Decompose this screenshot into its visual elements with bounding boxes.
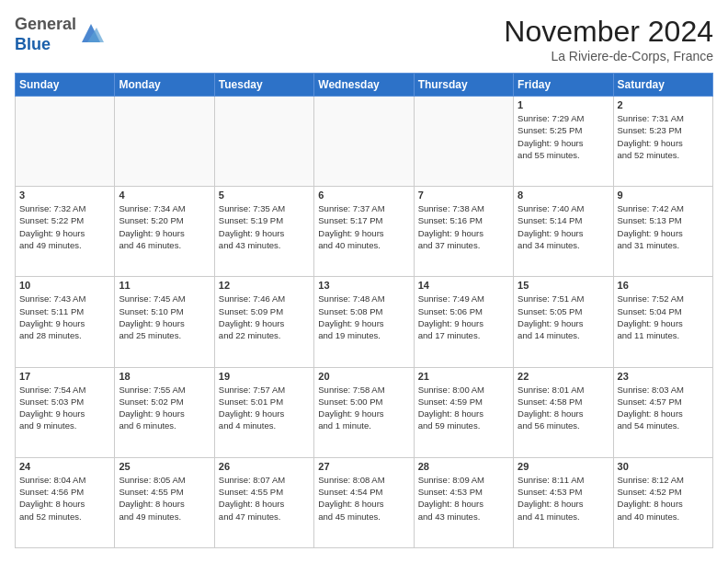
calendar-cell: 29Sunrise: 8:11 AM Sunset: 4:53 PM Dayli…	[514, 457, 613, 547]
day-info: Sunrise: 7:35 AM Sunset: 5:19 PM Dayligh…	[219, 202, 310, 251]
calendar-cell: 14Sunrise: 7:49 AM Sunset: 5:06 PM Dayli…	[414, 277, 513, 367]
day-number: 10	[19, 280, 110, 291]
day-number: 14	[418, 280, 509, 291]
day-info: Sunrise: 7:29 AM Sunset: 5:25 PM Dayligh…	[518, 112, 609, 161]
day-number: 30	[618, 461, 709, 472]
day-info: Sunrise: 7:37 AM Sunset: 5:17 PM Dayligh…	[318, 202, 409, 251]
day-number: 18	[119, 371, 210, 382]
week-row-3: 17Sunrise: 7:54 AM Sunset: 5:03 PM Dayli…	[16, 367, 713, 457]
day-number: 16	[618, 280, 709, 291]
day-info: Sunrise: 8:03 AM Sunset: 4:57 PM Dayligh…	[618, 384, 709, 432]
day-info: Sunrise: 8:12 AM Sunset: 4:52 PM Dayligh…	[618, 474, 709, 523]
calendar-cell: 5Sunrise: 7:35 AM Sunset: 5:19 PM Daylig…	[214, 187, 313, 277]
calendar-cell: 28Sunrise: 8:09 AM Sunset: 4:53 PM Dayli…	[414, 457, 513, 547]
calendar-cell	[16, 97, 115, 187]
calendar-cell: 18Sunrise: 7:55 AM Sunset: 5:02 PM Dayli…	[115, 367, 214, 457]
day-number: 3	[19, 190, 110, 201]
calendar-cell: 17Sunrise: 7:54 AM Sunset: 5:03 PM Dayli…	[16, 367, 115, 457]
week-row-2: 10Sunrise: 7:43 AM Sunset: 5:11 PM Dayli…	[16, 277, 713, 367]
day-info: Sunrise: 7:58 AM Sunset: 5:00 PM Dayligh…	[318, 384, 409, 432]
day-number: 24	[19, 461, 110, 472]
day-info: Sunrise: 8:11 AM Sunset: 4:53 PM Dayligh…	[518, 474, 609, 523]
day-number: 4	[119, 190, 210, 201]
day-number: 29	[518, 461, 609, 472]
day-info: Sunrise: 8:08 AM Sunset: 4:54 PM Dayligh…	[318, 474, 409, 523]
header: General Blue November 2024 La Riviere-de…	[15, 15, 713, 63]
calendar-cell: 20Sunrise: 7:58 AM Sunset: 5:00 PM Dayli…	[314, 367, 414, 457]
day-info: Sunrise: 8:05 AM Sunset: 4:55 PM Dayligh…	[119, 474, 210, 523]
day-info: Sunrise: 7:40 AM Sunset: 5:14 PM Dayligh…	[518, 202, 609, 251]
weekday-header-wednesday: Wednesday	[314, 74, 414, 97]
day-info: Sunrise: 7:46 AM Sunset: 5:09 PM Dayligh…	[219, 293, 310, 341]
day-number: 9	[618, 190, 709, 201]
calendar-cell: 13Sunrise: 7:48 AM Sunset: 5:08 PM Dayli…	[314, 277, 414, 367]
day-info: Sunrise: 7:49 AM Sunset: 5:06 PM Dayligh…	[418, 293, 509, 341]
day-info: Sunrise: 7:52 AM Sunset: 5:04 PM Dayligh…	[618, 293, 709, 341]
logo-blue: Blue	[15, 35, 51, 53]
calendar-cell	[314, 97, 414, 187]
day-number: 1	[518, 99, 609, 110]
title-block: November 2024 La Riviere-de-Corps, Franc…	[504, 15, 713, 63]
day-number: 27	[318, 461, 409, 472]
day-number: 8	[518, 190, 609, 201]
logo: General Blue	[15, 15, 104, 54]
day-info: Sunrise: 7:54 AM Sunset: 5:03 PM Dayligh…	[19, 384, 110, 432]
day-info: Sunrise: 7:55 AM Sunset: 5:02 PM Dayligh…	[119, 384, 210, 432]
calendar-cell: 2Sunrise: 7:31 AM Sunset: 5:23 PM Daylig…	[613, 97, 712, 187]
location: La Riviere-de-Corps, France	[504, 49, 713, 63]
calendar-cell: 10Sunrise: 7:43 AM Sunset: 5:11 PM Dayli…	[16, 277, 115, 367]
day-info: Sunrise: 7:34 AM Sunset: 5:20 PM Dayligh…	[119, 202, 210, 251]
calendar-cell	[214, 97, 313, 187]
month-title: November 2024	[504, 15, 713, 49]
calendar-cell: 15Sunrise: 7:51 AM Sunset: 5:05 PM Dayli…	[514, 277, 613, 367]
calendar-cell: 9Sunrise: 7:42 AM Sunset: 5:13 PM Daylig…	[613, 187, 712, 277]
logo-icon	[78, 20, 104, 46]
day-number: 15	[518, 280, 609, 291]
week-row-4: 24Sunrise: 8:04 AM Sunset: 4:56 PM Dayli…	[16, 457, 713, 547]
calendar-cell: 30Sunrise: 8:12 AM Sunset: 4:52 PM Dayli…	[613, 457, 712, 547]
day-number: 28	[418, 461, 509, 472]
weekday-header-monday: Monday	[115, 74, 214, 97]
weekday-header-row: SundayMondayTuesdayWednesdayThursdayFrid…	[16, 74, 713, 97]
day-number: 17	[19, 371, 110, 382]
calendar-cell: 8Sunrise: 7:40 AM Sunset: 5:14 PM Daylig…	[514, 187, 613, 277]
weekday-header-friday: Friday	[514, 74, 613, 97]
calendar-table: SundayMondayTuesdayWednesdayThursdayFrid…	[15, 73, 713, 548]
day-info: Sunrise: 7:51 AM Sunset: 5:05 PM Dayligh…	[518, 293, 609, 341]
week-row-1: 3Sunrise: 7:32 AM Sunset: 5:22 PM Daylig…	[16, 187, 713, 277]
calendar-cell: 4Sunrise: 7:34 AM Sunset: 5:20 PM Daylig…	[115, 187, 214, 277]
logo-general: General	[15, 15, 76, 33]
day-info: Sunrise: 7:48 AM Sunset: 5:08 PM Dayligh…	[318, 293, 409, 341]
calendar-cell: 11Sunrise: 7:45 AM Sunset: 5:10 PM Dayli…	[115, 277, 214, 367]
day-number: 7	[418, 190, 509, 201]
day-number: 5	[219, 190, 310, 201]
calendar-cell	[115, 97, 214, 187]
day-number: 26	[219, 461, 310, 472]
calendar-cell: 22Sunrise: 8:01 AM Sunset: 4:58 PM Dayli…	[514, 367, 613, 457]
day-number: 20	[318, 371, 409, 382]
calendar-cell: 24Sunrise: 8:04 AM Sunset: 4:56 PM Dayli…	[16, 457, 115, 547]
weekday-header-sunday: Sunday	[16, 74, 115, 97]
day-info: Sunrise: 7:45 AM Sunset: 5:10 PM Dayligh…	[119, 293, 210, 341]
day-info: Sunrise: 7:57 AM Sunset: 5:01 PM Dayligh…	[219, 384, 310, 432]
day-info: Sunrise: 8:09 AM Sunset: 4:53 PM Dayligh…	[418, 474, 509, 523]
day-info: Sunrise: 8:07 AM Sunset: 4:55 PM Dayligh…	[219, 474, 310, 523]
calendar-cell: 1Sunrise: 7:29 AM Sunset: 5:25 PM Daylig…	[514, 97, 613, 187]
day-number: 11	[119, 280, 210, 291]
day-number: 19	[219, 371, 310, 382]
day-info: Sunrise: 8:04 AM Sunset: 4:56 PM Dayligh…	[19, 474, 110, 523]
calendar-cell: 19Sunrise: 7:57 AM Sunset: 5:01 PM Dayli…	[214, 367, 313, 457]
calendar-cell: 27Sunrise: 8:08 AM Sunset: 4:54 PM Dayli…	[314, 457, 414, 547]
weekday-header-tuesday: Tuesday	[214, 74, 313, 97]
day-info: Sunrise: 8:00 AM Sunset: 4:59 PM Dayligh…	[418, 384, 509, 432]
day-number: 12	[219, 280, 310, 291]
day-info: Sunrise: 7:31 AM Sunset: 5:23 PM Dayligh…	[618, 112, 709, 161]
logo-text: General Blue	[15, 15, 76, 54]
day-number: 2	[618, 99, 709, 110]
day-info: Sunrise: 7:32 AM Sunset: 5:22 PM Dayligh…	[19, 202, 110, 251]
page-container: General Blue November 2024 La Riviere-de…	[0, 0, 728, 563]
calendar-cell: 7Sunrise: 7:38 AM Sunset: 5:16 PM Daylig…	[414, 187, 513, 277]
day-info: Sunrise: 7:43 AM Sunset: 5:11 PM Dayligh…	[19, 293, 110, 341]
day-number: 25	[119, 461, 210, 472]
day-info: Sunrise: 7:42 AM Sunset: 5:13 PM Dayligh…	[618, 202, 709, 251]
